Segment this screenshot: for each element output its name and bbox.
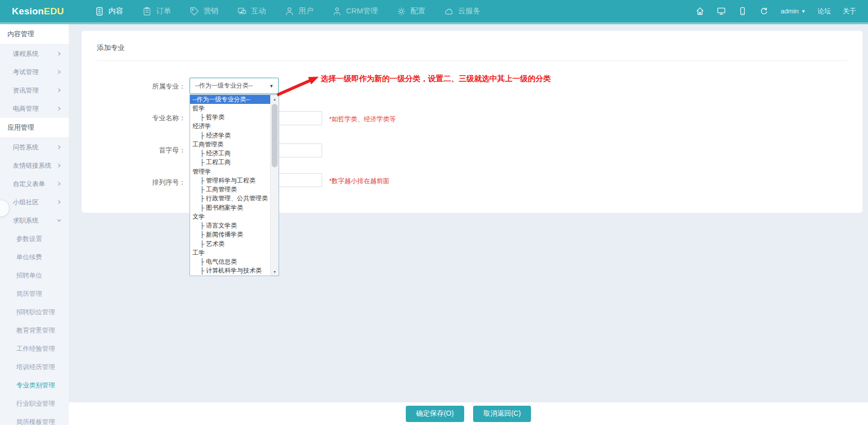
dropdown-option[interactable]: 经济学: [190, 122, 270, 131]
sidebar-item-exam-mgmt[interactable]: 考试管理: [0, 63, 69, 81]
nav-item-cloud[interactable]: 云服务: [444, 6, 480, 16]
sidebar-item-job-system[interactable]: 求职系统: [0, 211, 69, 230]
nav-item-settings[interactable]: 配置: [396, 6, 425, 16]
chevron-right-icon: [57, 51, 61, 56]
dropdown-scrollbar[interactable]: ▲ ▼: [270, 95, 279, 276]
dropdown-option[interactable]: ├ 工程工商: [190, 158, 270, 167]
admin-username: admin: [780, 7, 799, 15]
nav-item-users[interactable]: 用户: [285, 6, 313, 16]
crm-icon: [332, 6, 342, 16]
dropdown-option[interactable]: ├ 电气信息类: [190, 258, 270, 267]
dropdown-option[interactable]: ├ 语言文学类: [190, 222, 270, 231]
nav-item-content[interactable]: 内容: [95, 6, 123, 16]
category-select[interactable]: --作为一级专业分类-- ▼: [190, 78, 279, 94]
home-icon[interactable]: [695, 6, 705, 16]
desktop-icon[interactable]: [717, 6, 726, 16]
dropdown-option[interactable]: --作为一级专业分类--: [190, 95, 270, 104]
chevron-right-icon: [57, 145, 61, 149]
sidebar-subitem-work-experience-mgmt[interactable]: 工作经验管理: [0, 339, 69, 358]
nav-item-orders[interactable]: 订单: [142, 6, 171, 16]
major-name-label: 专业名称：: [101, 114, 186, 123]
sidebar-item-course-system[interactable]: 课程系统: [0, 45, 69, 63]
dropdown-option[interactable]: ├ 经济工商: [190, 149, 270, 158]
nav-label: 云服务: [458, 6, 480, 16]
logo-text: Kesion: [12, 6, 44, 16]
top-navbar: KesionEDU 内容 订单 营销 互动 用户 CRM管理 配置: [0, 0, 868, 22]
chevron-right-icon: [57, 106, 61, 111]
cloud-icon: [444, 6, 454, 16]
chevron-right-icon: [57, 182, 61, 186]
dropdown-option[interactable]: ├ 图书档案学类: [190, 203, 270, 212]
footer-bar: 确定保存(O) 取消返回(C): [69, 402, 868, 425]
category-label: 所属专业：: [101, 82, 186, 91]
app-logo[interactable]: KesionEDU: [12, 6, 64, 17]
nav-item-crm[interactable]: CRM管理: [332, 6, 378, 16]
sidebar-item-label: 考试管理: [13, 68, 39, 77]
about-link[interactable]: 关于: [843, 7, 856, 16]
category-dropdown-list: --作为一级专业分类-- 哲学 ├ 哲学类 经济学 ├ 经济学类 工商管理类 ├…: [190, 94, 279, 276]
sidebar-subitem-major-category-mgmt[interactable]: 专业类别管理: [0, 376, 69, 394]
nav-label: 订单: [156, 6, 171, 16]
nav-label: 内容: [108, 6, 123, 16]
dropdown-option[interactable]: 工学: [190, 248, 270, 257]
dropdown-option[interactable]: ├ 行政管理、公共管理类: [190, 194, 270, 203]
save-button[interactable]: 确定保存(O): [406, 406, 464, 422]
dropdown-option[interactable]: 工商管理类: [190, 140, 270, 149]
sidebar-header-content-mgmt: 内容管理: [0, 24, 69, 45]
sidebar-item-friend-links[interactable]: 友情链接系统: [0, 156, 69, 175]
sidebar-subitem-resume-template-mgmt[interactable]: 简历模板管理: [0, 413, 69, 425]
admin-dropdown[interactable]: admin ▼: [780, 7, 806, 15]
nav-label: 配置: [410, 6, 425, 16]
user-icon: [285, 6, 294, 16]
sidebar-item-ecommerce-mgmt[interactable]: 电商管理: [0, 99, 69, 118]
chevron-down-icon: [57, 218, 61, 223]
dropdown-option[interactable]: 哲学: [190, 104, 270, 113]
page-title: 添加专业: [97, 44, 125, 52]
sidebar-item-qa-system[interactable]: 问答系统: [0, 138, 69, 156]
dropdown-option[interactable]: ├ 新闻传播学类: [190, 231, 270, 239]
sidebar-subitem-training-history-mgmt[interactable]: 培训经历管理: [0, 358, 69, 376]
dropdown-option[interactable]: ├ 艺术类: [190, 239, 270, 248]
sort-order-hint: *数字越小排在越前面: [329, 177, 389, 186]
forum-link[interactable]: 论坛: [818, 7, 831, 16]
sidebar-item-news-mgmt[interactable]: 资讯管理: [0, 81, 69, 99]
dropdown-option[interactable]: ├ 工商管理类: [190, 186, 270, 194]
dropdown-option[interactable]: ├ 计算机科学与技术类: [190, 267, 270, 276]
scroll-down-icon[interactable]: ▼: [271, 268, 279, 276]
sidebar-header-app-mgmt: 应用管理: [0, 118, 69, 138]
sidebar-subitem-job-position-mgmt[interactable]: 招聘职位管理: [0, 303, 69, 321]
sidebar-subitem-industry-occupation-mgmt[interactable]: 行业职业管理: [0, 394, 69, 413]
cancel-button[interactable]: 取消返回(C): [473, 406, 531, 422]
sidebar-subitem-parameter-settings[interactable]: 参数设置: [0, 230, 69, 248]
sidebar-subitem-unit-renewal[interactable]: 单位续费: [0, 248, 69, 266]
sidebar-subitem-recruiting-units[interactable]: 招聘单位: [0, 266, 69, 284]
sidebar-item-custom-forms[interactable]: 自定义表单: [0, 175, 69, 193]
logo-text-edu: EDU: [44, 6, 64, 16]
mobile-icon[interactable]: [738, 6, 747, 16]
chevron-right-icon: [57, 70, 61, 74]
sidebar-subitem-education-background-mgmt[interactable]: 教育背景管理: [0, 321, 69, 339]
category-select-value: --作为一级专业分类--: [190, 82, 269, 90]
dropdown-option[interactable]: 文学: [190, 212, 270, 221]
navbar-right: admin ▼ 论坛 关于: [695, 6, 868, 16]
sidebar-item-label: 友情链接系统: [13, 161, 51, 170]
scrollbar-thumb[interactable]: [272, 104, 278, 167]
dropdown-option[interactable]: ├ 哲学类: [190, 113, 270, 122]
divider: [97, 60, 847, 61]
sidebar-item-label: 自定义表单: [13, 180, 45, 189]
sidebar-item-group-community[interactable]: 小组社区: [0, 193, 69, 211]
sidebar-subitem-resume-mgmt[interactable]: 简历管理: [0, 284, 69, 303]
content-icon: [95, 6, 104, 16]
chevron-right-icon: [57, 200, 61, 204]
nav-item-interaction[interactable]: 互动: [237, 6, 266, 16]
dropdown-option[interactable]: ├ 管理科学与工程类: [190, 176, 270, 185]
accent-strip: [0, 22, 868, 24]
refresh-icon[interactable]: [759, 6, 769, 16]
chevron-right-icon: [57, 88, 61, 93]
dropdown-option[interactable]: ├ 经济学类: [190, 131, 270, 140]
sidebar-item-label: 资讯管理: [13, 86, 39, 95]
interaction-icon: [237, 6, 247, 16]
nav-item-marketing[interactable]: 营销: [190, 6, 218, 16]
dropdown-option[interactable]: 管理学: [190, 167, 270, 176]
sidebar-item-label: 课程系统: [13, 49, 39, 58]
